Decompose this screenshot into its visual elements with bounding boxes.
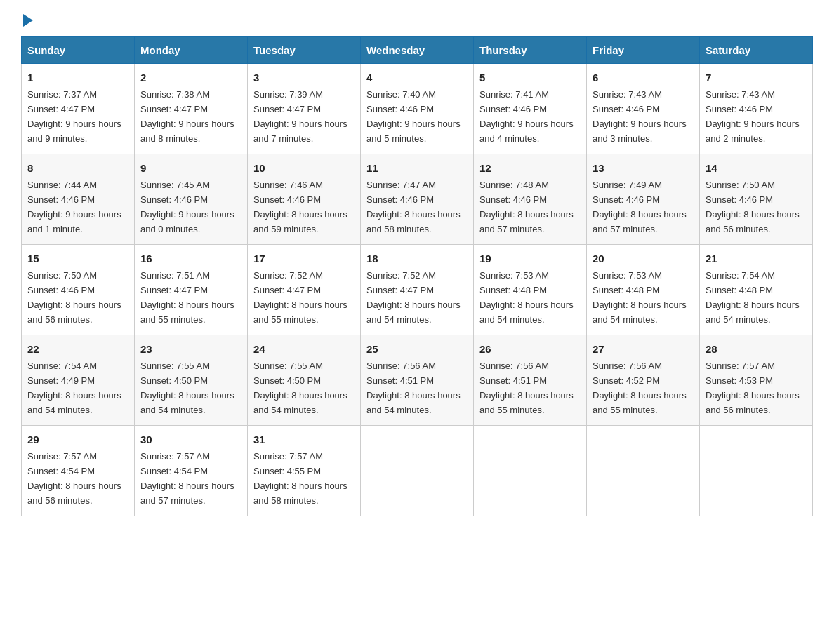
- calendar-day-5: 5 Sunrise: 7:41 AMSunset: 4:46 PMDayligh…: [474, 64, 587, 154]
- calendar-day-22: 22 Sunrise: 7:54 AMSunset: 4:49 PMDaylig…: [22, 335, 135, 425]
- day-info: Sunrise: 7:51 AMSunset: 4:47 PMDaylight:…: [140, 270, 234, 325]
- calendar-day-29: 29 Sunrise: 7:57 AMSunset: 4:54 PMDaylig…: [22, 425, 135, 516]
- day-number: 25: [366, 341, 468, 357]
- column-header-monday: Monday: [135, 37, 248, 64]
- day-info: Sunrise: 7:40 AMSunset: 4:46 PMDaylight:…: [366, 89, 461, 144]
- column-header-wednesday: Wednesday: [361, 37, 474, 64]
- calendar-day-3: 3 Sunrise: 7:39 AMSunset: 4:47 PMDayligh…: [248, 64, 361, 154]
- day-info: Sunrise: 7:55 AMSunset: 4:50 PMDaylight:…: [140, 361, 234, 415]
- calendar-day-10: 10 Sunrise: 7:46 AMSunset: 4:46 PMDaylig…: [248, 154, 361, 244]
- calendar-day-15: 15 Sunrise: 7:50 AMSunset: 4:46 PMDaylig…: [22, 244, 135, 335]
- calendar-day-12: 12 Sunrise: 7:48 AMSunset: 4:46 PMDaylig…: [474, 154, 587, 244]
- day-number: 1: [27, 69, 128, 86]
- week-row-4: 22 Sunrise: 7:54 AMSunset: 4:49 PMDaylig…: [22, 335, 813, 425]
- column-header-friday: Friday: [587, 37, 700, 64]
- day-info: Sunrise: 7:56 AMSunset: 4:51 PMDaylight:…: [366, 361, 461, 415]
- day-info: Sunrise: 7:56 AMSunset: 4:51 PMDaylight:…: [479, 361, 574, 415]
- day-number: 26: [479, 341, 581, 357]
- day-number: 17: [253, 250, 355, 267]
- day-info: Sunrise: 7:57 AMSunset: 4:54 PMDaylight:…: [27, 451, 121, 506]
- day-info: Sunrise: 7:52 AMSunset: 4:47 PMDaylight:…: [366, 270, 461, 325]
- day-number: 9: [140, 160, 241, 176]
- calendar-day-18: 18 Sunrise: 7:52 AMSunset: 4:47 PMDaylig…: [361, 244, 474, 335]
- calendar-day-14: 14 Sunrise: 7:50 AMSunset: 4:46 PMDaylig…: [700, 154, 813, 244]
- day-info: Sunrise: 7:52 AMSunset: 4:47 PMDaylight:…: [253, 270, 348, 325]
- empty-cell: [587, 425, 700, 516]
- day-number: 8: [27, 160, 128, 176]
- day-number: 23: [140, 341, 241, 357]
- day-number: 15: [27, 250, 128, 267]
- day-info: Sunrise: 7:54 AMSunset: 4:48 PMDaylight:…: [706, 270, 800, 325]
- day-info: Sunrise: 7:47 AMSunset: 4:46 PMDaylight:…: [366, 180, 461, 234]
- calendar-day-28: 28 Sunrise: 7:57 AMSunset: 4:53 PMDaylig…: [700, 335, 813, 425]
- day-info: Sunrise: 7:57 AMSunset: 4:54 PMDaylight:…: [140, 451, 234, 506]
- week-row-1: 1 Sunrise: 7:37 AMSunset: 4:47 PMDayligh…: [22, 64, 813, 154]
- calendar-day-23: 23 Sunrise: 7:55 AMSunset: 4:50 PMDaylig…: [135, 335, 248, 425]
- calendar-header: SundayMondayTuesdayWednesdayThursdayFrid…: [22, 37, 813, 64]
- page-header: [21, 14, 813, 24]
- logo: [21, 14, 35, 24]
- calendar-day-31: 31 Sunrise: 7:57 AMSunset: 4:55 PMDaylig…: [248, 425, 361, 516]
- calendar-day-26: 26 Sunrise: 7:56 AMSunset: 4:51 PMDaylig…: [474, 335, 587, 425]
- day-info: Sunrise: 7:55 AMSunset: 4:50 PMDaylight:…: [253, 361, 348, 415]
- calendar-table: SundayMondayTuesdayWednesdayThursdayFrid…: [21, 36, 813, 516]
- day-number: 13: [593, 160, 694, 176]
- day-info: Sunrise: 7:39 AMSunset: 4:47 PMDaylight:…: [253, 89, 348, 144]
- day-info: Sunrise: 7:57 AMSunset: 4:55 PMDaylight:…: [253, 451, 348, 506]
- day-number: 22: [27, 341, 128, 357]
- day-number: 27: [593, 341, 694, 357]
- calendar-day-7: 7 Sunrise: 7:43 AMSunset: 4:46 PMDayligh…: [700, 64, 813, 154]
- calendar-day-24: 24 Sunrise: 7:55 AMSunset: 4:50 PMDaylig…: [248, 335, 361, 425]
- logo-triangle-icon: [23, 14, 33, 27]
- day-info: Sunrise: 7:57 AMSunset: 4:53 PMDaylight:…: [706, 361, 800, 415]
- day-number: 10: [253, 160, 355, 176]
- day-info: Sunrise: 7:54 AMSunset: 4:49 PMDaylight:…: [27, 361, 121, 415]
- day-number: 5: [479, 69, 581, 86]
- calendar-day-30: 30 Sunrise: 7:57 AMSunset: 4:54 PMDaylig…: [135, 425, 248, 516]
- column-header-tuesday: Tuesday: [248, 37, 361, 64]
- day-number: 14: [706, 160, 807, 176]
- calendar-day-16: 16 Sunrise: 7:51 AMSunset: 4:47 PMDaylig…: [135, 244, 248, 335]
- day-info: Sunrise: 7:49 AMSunset: 4:46 PMDaylight:…: [593, 180, 687, 234]
- column-header-saturday: Saturday: [700, 37, 813, 64]
- day-number: 19: [479, 250, 581, 267]
- calendar-day-1: 1 Sunrise: 7:37 AMSunset: 4:47 PMDayligh…: [22, 64, 135, 154]
- empty-cell: [700, 425, 813, 516]
- calendar-day-9: 9 Sunrise: 7:45 AMSunset: 4:46 PMDayligh…: [135, 154, 248, 244]
- day-number: 24: [253, 341, 355, 357]
- calendar-day-11: 11 Sunrise: 7:47 AMSunset: 4:46 PMDaylig…: [361, 154, 474, 244]
- calendar-day-27: 27 Sunrise: 7:56 AMSunset: 4:52 PMDaylig…: [587, 335, 700, 425]
- day-number: 4: [366, 69, 468, 86]
- week-row-5: 29 Sunrise: 7:57 AMSunset: 4:54 PMDaylig…: [22, 425, 813, 516]
- day-number: 2: [140, 69, 241, 86]
- week-row-2: 8 Sunrise: 7:44 AMSunset: 4:46 PMDayligh…: [22, 154, 813, 244]
- day-info: Sunrise: 7:48 AMSunset: 4:46 PMDaylight:…: [479, 180, 574, 234]
- day-info: Sunrise: 7:53 AMSunset: 4:48 PMDaylight:…: [593, 270, 687, 325]
- day-info: Sunrise: 7:45 AMSunset: 4:46 PMDaylight:…: [140, 180, 234, 234]
- day-number: 3: [253, 69, 355, 86]
- day-number: 29: [27, 431, 128, 448]
- day-info: Sunrise: 7:44 AMSunset: 4:46 PMDaylight:…: [27, 180, 121, 234]
- calendar-day-4: 4 Sunrise: 7:40 AMSunset: 4:46 PMDayligh…: [361, 64, 474, 154]
- day-info: Sunrise: 7:46 AMSunset: 4:46 PMDaylight:…: [253, 180, 348, 234]
- week-row-3: 15 Sunrise: 7:50 AMSunset: 4:46 PMDaylig…: [22, 244, 813, 335]
- calendar-day-6: 6 Sunrise: 7:43 AMSunset: 4:46 PMDayligh…: [587, 64, 700, 154]
- day-number: 6: [593, 69, 694, 86]
- day-number: 11: [366, 160, 468, 176]
- day-info: Sunrise: 7:43 AMSunset: 4:46 PMDaylight:…: [593, 89, 687, 144]
- day-info: Sunrise: 7:43 AMSunset: 4:46 PMDaylight:…: [706, 89, 800, 144]
- day-number: 7: [706, 69, 807, 86]
- column-header-thursday: Thursday: [474, 37, 587, 64]
- day-number: 16: [140, 250, 241, 267]
- calendar-day-19: 19 Sunrise: 7:53 AMSunset: 4:48 PMDaylig…: [474, 244, 587, 335]
- day-info: Sunrise: 7:50 AMSunset: 4:46 PMDaylight:…: [27, 270, 121, 325]
- day-number: 18: [366, 250, 468, 267]
- day-info: Sunrise: 7:41 AMSunset: 4:46 PMDaylight:…: [479, 89, 574, 144]
- calendar-day-25: 25 Sunrise: 7:56 AMSunset: 4:51 PMDaylig…: [361, 335, 474, 425]
- day-info: Sunrise: 7:53 AMSunset: 4:48 PMDaylight:…: [479, 270, 574, 325]
- day-number: 28: [706, 341, 807, 357]
- day-number: 20: [593, 250, 694, 267]
- day-info: Sunrise: 7:38 AMSunset: 4:47 PMDaylight:…: [140, 89, 234, 144]
- day-number: 30: [140, 431, 241, 448]
- day-number: 31: [253, 431, 355, 448]
